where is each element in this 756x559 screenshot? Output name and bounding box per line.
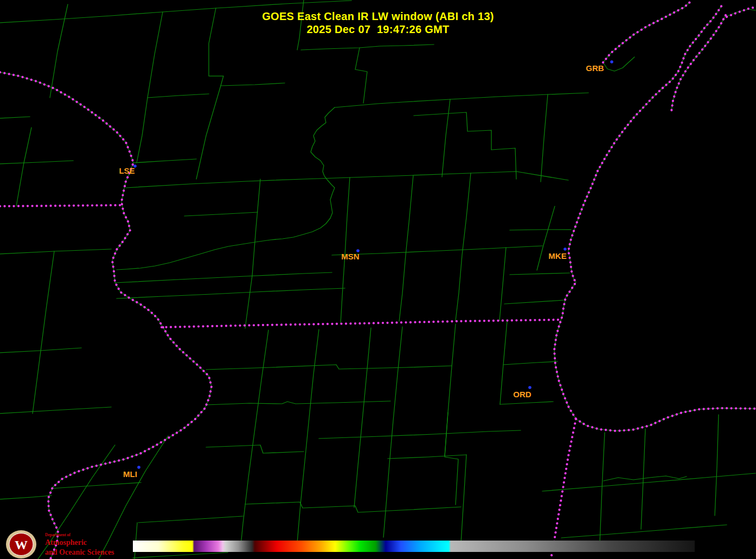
county-line — [0, 249, 111, 254]
logo-text: Department of Atmospheric and Oceanic Sc… — [45, 532, 114, 557]
county-line — [115, 272, 332, 283]
county-line — [354, 328, 371, 507]
county-line — [537, 206, 555, 270]
county-line — [461, 455, 466, 543]
county-line — [442, 99, 450, 177]
county-line — [0, 161, 73, 164]
city-label-mke: MKE — [548, 251, 566, 261]
logo-line1: Atmospheric — [45, 538, 114, 547]
county-line — [184, 212, 258, 216]
county-line — [0, 407, 111, 414]
city-label-ord: ORD — [513, 390, 531, 399]
county-line — [600, 433, 605, 543]
county-line — [383, 327, 402, 537]
county-line — [33, 251, 54, 414]
county-line — [133, 552, 228, 558]
state-border-line — [0, 205, 122, 206]
satellite-map: GRBLSEMSNMKEORDMLI — [0, 0, 756, 559]
city-label-grb: GRB — [586, 63, 604, 73]
county-line — [542, 473, 755, 491]
city-markers-layer: GRBLSEMSNMKEORDMLI — [119, 60, 613, 479]
city-label-mli: MLI — [123, 469, 137, 479]
county-line — [117, 288, 345, 298]
city-label-lse: LSE — [119, 166, 134, 175]
logo-dept-line: Department of — [45, 532, 114, 537]
county-line — [456, 173, 471, 321]
goes-satellite-viewer: GRBLSEMSNMKEORDMLI GOES East Clean IR LW… — [0, 0, 756, 559]
uw-aos-logo: W Department of Atmospheric and Oceanic … — [4, 530, 114, 559]
state-border-line — [554, 88, 663, 419]
state-border-line — [576, 408, 755, 431]
county-line — [117, 107, 335, 270]
county-line — [541, 94, 548, 182]
title-line1: GOES East Clean IR LW window (ABI ch 13) — [0, 10, 756, 23]
city-dot-mke — [563, 247, 567, 251]
county-line — [52, 482, 141, 488]
county-line — [148, 94, 209, 98]
title-line2: 2025 Dec 07 19:47:26 GMT — [0, 23, 756, 36]
county-line — [0, 72, 212, 559]
image-title: GOES East Clean IR LW window (ABI ch 13)… — [0, 10, 756, 36]
svg-text:W: W — [15, 538, 28, 552]
county-line — [500, 321, 507, 404]
county-line — [206, 401, 390, 405]
city-dot-ord — [528, 386, 531, 389]
temperature-colorbar — [133, 541, 695, 552]
county-line — [206, 365, 452, 370]
county-line — [510, 230, 571, 230]
county-line — [355, 48, 367, 103]
county-line — [504, 300, 564, 304]
county-line — [341, 177, 350, 323]
state-border-line — [162, 320, 561, 327]
county-line — [206, 445, 304, 453]
county-line — [554, 88, 755, 431]
county-line — [0, 117, 30, 118]
county-line — [16, 128, 31, 206]
county-line — [603, 57, 635, 71]
county-line — [445, 412, 458, 505]
county-line — [126, 171, 568, 188]
county-line — [0, 496, 52, 499]
county-line — [245, 502, 461, 512]
county-line — [335, 93, 588, 107]
logo-line2: and Oceanic Sciences — [45, 548, 114, 557]
uw-crest-icon: W — [4, 530, 38, 559]
county-line — [510, 273, 569, 275]
county-line — [245, 179, 260, 328]
county-line — [561, 525, 727, 538]
county-line — [399, 175, 413, 321]
county-line — [297, 329, 319, 543]
county-line — [319, 430, 521, 439]
county-line — [240, 330, 268, 551]
county-line — [500, 402, 553, 404]
city-dot-grb — [610, 60, 613, 63]
county-line — [388, 455, 466, 459]
county-line — [499, 247, 506, 321]
county-line — [414, 112, 516, 179]
county-boundaries-layer — [0, 0, 755, 559]
state-borders-layer — [0, 2, 755, 559]
county-line — [715, 415, 719, 516]
city-dot-mli — [137, 466, 140, 469]
state-border-line — [0, 72, 212, 559]
county-line — [503, 361, 558, 365]
county-line — [133, 159, 196, 163]
county-line — [301, 45, 434, 50]
city-label-msn: MSN — [341, 252, 359, 261]
county-line — [332, 246, 542, 255]
county-line — [221, 83, 285, 86]
county-line — [138, 516, 243, 523]
